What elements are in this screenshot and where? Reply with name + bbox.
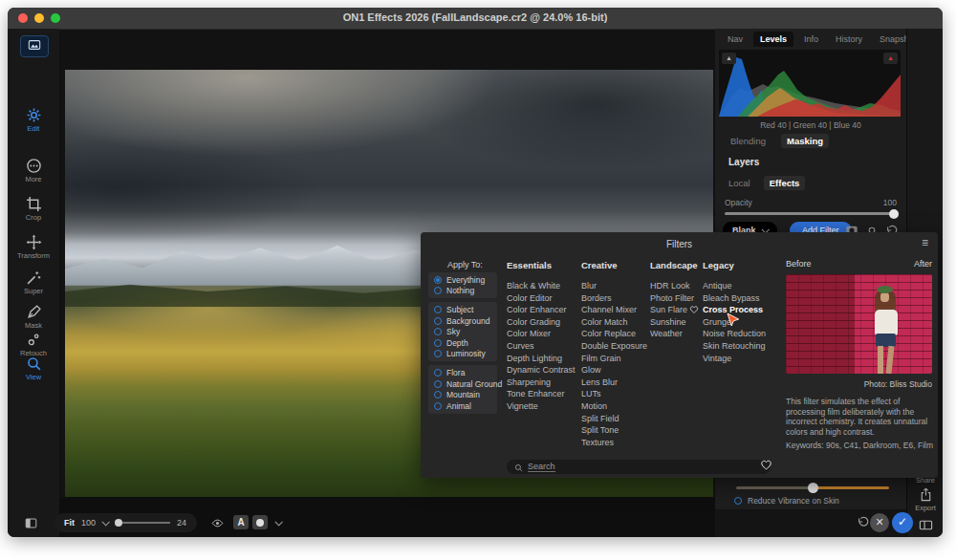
filter-item-color-replace[interactable]: Color Replace [581, 328, 647, 340]
radio-icon[interactable] [434, 402, 442, 410]
vibrance-slider-knob[interactable] [808, 483, 818, 493]
apply-to-option-natural-ground[interactable]: Natural Ground [428, 378, 497, 390]
apply-to-option-sky[interactable]: Sky [428, 326, 497, 337]
zoom-slider[interactable] [115, 519, 170, 527]
filter-item-antique[interactable]: Antique [703, 280, 766, 292]
filter-item-luts[interactable]: LUTs [581, 388, 647, 400]
favorites-heart-icon[interactable] [760, 458, 772, 475]
radio-icon[interactable] [434, 391, 442, 398]
apply-to-option-luminosity[interactable]: Luminosity [428, 349, 497, 360]
cancel-filter-button[interactable]: ✕ [870, 513, 889, 532]
sidebar-tool-transform[interactable]: Transform [8, 234, 59, 260]
filter-item-vignette[interactable]: Vignette [507, 400, 576, 413]
fit-button[interactable]: Fit [64, 518, 75, 528]
tab-history[interactable]: History [829, 32, 869, 47]
tab-info[interactable]: Info [797, 32, 825, 47]
filter-item-split-tone[interactable]: Split Tone [581, 424, 647, 437]
export-label[interactable]: Export [907, 504, 943, 512]
sidebar-tool-retouch[interactable]: Retouch [8, 332, 59, 357]
filter-item-color-match[interactable]: Color Match [581, 316, 647, 329]
filter-item-weather[interactable]: Weather [650, 328, 698, 340]
apply-to-option-flora[interactable]: Flora [428, 367, 497, 378]
zoom-dropdown-chevron-icon[interactable] [101, 518, 109, 526]
filter-item-lens-blur[interactable]: Lens Blur [581, 377, 647, 389]
filter-item-textures[interactable]: Textures [581, 437, 647, 449]
vibrance-slider[interactable] [736, 486, 889, 489]
radio-icon[interactable] [434, 276, 442, 284]
filter-item-skin-retouching[interactable]: Skin Retouching [703, 340, 766, 353]
view-options-chevron-icon[interactable] [274, 518, 282, 526]
filter-item-sharpening[interactable]: Sharpening [507, 377, 576, 389]
apply-to-option-animal[interactable]: Animal [428, 400, 497, 412]
filter-item-color-mixer[interactable]: Color Mixer [507, 328, 576, 340]
filter-item-black-&-white[interactable]: Black & White [507, 280, 576, 292]
before-after-preview[interactable] [786, 274, 932, 374]
sidebar-tool-edit[interactable]: Edit [8, 107, 59, 133]
filter-item-color-grading[interactable]: Color Grading [507, 316, 576, 329]
radio-icon[interactable] [434, 306, 442, 313]
tab-levels[interactable]: Levels [753, 32, 793, 47]
zoom-percent[interactable]: 100 [81, 518, 96, 528]
filter-item-blur[interactable]: Blur [581, 280, 647, 292]
highlight-clipping-button[interactable]: ▲ [883, 53, 898, 64]
filter-item-curves[interactable]: Curves [507, 340, 576, 353]
filter-item-vintage[interactable]: Vintage [703, 353, 766, 365]
filter-item-split-field[interactable]: Split Field [581, 413, 647, 425]
filter-item-double-exposure[interactable]: Double Exposure [581, 340, 647, 353]
radio-icon[interactable] [434, 339, 442, 347]
opacity-slider-knob[interactable] [889, 209, 899, 219]
apply-to-option-depth[interactable]: Depth [428, 337, 497, 349]
sidebar-tool-mask[interactable]: Mask [8, 304, 59, 330]
tab-nav[interactable]: Nav [721, 32, 750, 47]
undo-button[interactable] [857, 515, 870, 532]
filter-item-depth-lighting[interactable]: Depth Lighting [507, 353, 576, 365]
compare-a-button[interactable]: A [233, 515, 249, 529]
apply-to-option-mountain[interactable]: Mountain [428, 389, 497, 400]
filter-item-bleach-bypass[interactable]: Bleach Bypass [703, 292, 766, 305]
filmstrip-toggle-icon[interactable] [24, 516, 38, 533]
radio-icon[interactable] [434, 287, 442, 294]
hamburger-menu-icon[interactable]: ≡ [922, 238, 928, 248]
apply-filter-button[interactable]: ✓ [892, 512, 913, 533]
apply-to-option-everything[interactable]: Everything [428, 274, 497, 286]
zoom-slider-knob[interactable] [115, 519, 122, 527]
apply-to-option-nothing[interactable]: Nothing [428, 286, 497, 297]
sidebar-tool-super[interactable]: Super [8, 269, 59, 295]
opacity-slider[interactable] [725, 212, 897, 215]
radio-icon[interactable] [434, 350, 442, 357]
filter-search-input[interactable]: Search [507, 460, 771, 474]
filter-item-glow[interactable]: Glow [581, 364, 647, 377]
filter-item-tone-enhancer[interactable]: Tone Enhancer [507, 388, 576, 400]
filter-item-dynamic-contrast[interactable]: Dynamic Contrast [507, 364, 576, 377]
filter-item-color-editor[interactable]: Color Editor [507, 292, 576, 305]
tab-effects[interactable]: Effects [764, 176, 806, 190]
apply-to-option-background[interactable]: Background [428, 315, 497, 327]
filter-item-film-grain[interactable]: Film Grain [581, 353, 647, 365]
layers-heading[interactable]: Layers [728, 157, 759, 167]
radio-icon[interactable] [434, 317, 442, 325]
radio-icon[interactable] [434, 369, 442, 377]
apply-to-option-subject[interactable]: Subject [428, 304, 497, 315]
tab-local[interactable]: Local [723, 176, 756, 190]
favorite-heart-icon[interactable] [689, 305, 699, 318]
filter-item-borders[interactable]: Borders [581, 292, 647, 305]
radio-icon[interactable] [434, 380, 442, 388]
sidebar-tool-more[interactable]: More [8, 158, 59, 183]
shadow-clipping-button[interactable]: ▲ [722, 53, 736, 64]
mask-view-button[interactable] [252, 515, 268, 529]
filter-item-hdr-look[interactable]: HDR Look [650, 280, 698, 292]
preview-eye-icon[interactable] [210, 516, 225, 533]
filter-item-photo-filter[interactable]: Photo Filter [650, 292, 698, 305]
browse-module-button[interactable] [20, 35, 49, 57]
reduce-vibrance-radio[interactable] [734, 497, 742, 505]
radio-icon[interactable] [434, 328, 442, 335]
sidebar-tool-crop[interactable]: Crop [8, 196, 59, 222]
tab-blending[interactable]: Blending [725, 134, 771, 148]
filter-item-color-enhancer[interactable]: Color Enhancer [507, 304, 576, 316]
filter-item-channel-mixer[interactable]: Channel Mixer [581, 304, 647, 316]
tab-masking[interactable]: Masking [781, 134, 829, 148]
sidebar-tool-view[interactable]: View [8, 355, 59, 381]
filter-item-motion[interactable]: Motion [581, 400, 647, 413]
zoom-slider-track[interactable] [122, 522, 170, 524]
filter-item-noise-reduction[interactable]: Noise Reduction [703, 328, 766, 340]
